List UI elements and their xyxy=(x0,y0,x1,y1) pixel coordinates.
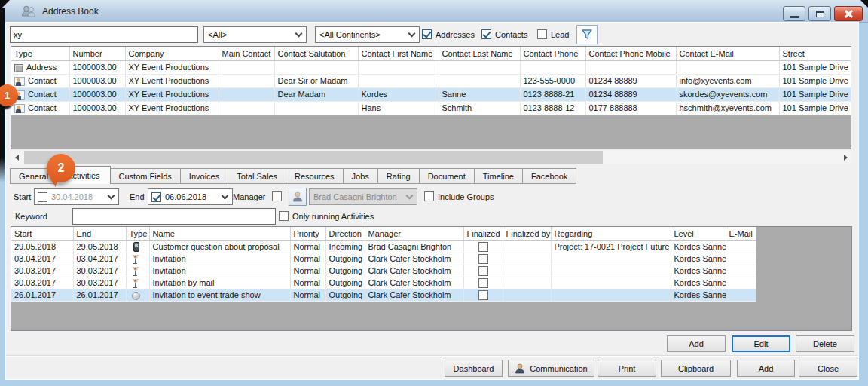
cell: 101 Sample Drive xyxy=(779,87,851,101)
search-input[interactable] xyxy=(10,26,198,43)
close-window-button[interactable] xyxy=(834,6,863,21)
finalized-checkbox[interactable] xyxy=(478,266,488,276)
cell: info@xyevents.com xyxy=(676,74,779,87)
column-header-priority[interactable]: Priority xyxy=(290,227,326,240)
table-row[interactable]: Address1000003.00XY Event Productions101… xyxy=(11,60,851,74)
table-row[interactable]: 03.04.201703.04.2017InvitationNormalOutg… xyxy=(11,253,756,265)
table-row[interactable]: 26.01.201726.01.2017Invitation to event … xyxy=(11,289,756,301)
cell: XY Event Productions xyxy=(125,60,219,74)
clipboard-button[interactable]: Clipboard xyxy=(661,360,731,377)
contacts-label: Contacts xyxy=(495,29,527,41)
finalized-checkbox[interactable] xyxy=(478,254,488,264)
cell: Normal xyxy=(290,265,326,277)
addresses-label: Addresses xyxy=(436,29,475,41)
column-header-manager[interactable]: Manager xyxy=(365,227,463,240)
include-groups-checkbox[interactable] xyxy=(424,191,434,201)
tab-jobs[interactable]: Jobs xyxy=(343,168,378,184)
cell: Incoming xyxy=(326,240,365,253)
column-header-level[interactable]: Level xyxy=(671,227,726,240)
tab-document[interactable]: Document xyxy=(419,168,475,184)
tab-timeline[interactable]: Timeline xyxy=(474,168,523,184)
tab-facebook[interactable]: Facebook xyxy=(522,168,576,184)
edit-activity-button[interactable]: Edit xyxy=(732,335,790,352)
table-row[interactable]: 29.05.201829.05.2018Customer question ab… xyxy=(11,240,756,253)
add-activity-button[interactable]: Add xyxy=(667,335,726,352)
manager-checkbox[interactable] xyxy=(272,191,282,201)
tab-invoices[interactable]: Invoices xyxy=(180,168,228,184)
cell xyxy=(126,277,149,289)
column-header-contact-last-name[interactable]: Contact Last Name xyxy=(439,47,520,60)
column-header-name[interactable]: Name xyxy=(149,227,290,240)
column-header-contact-phone-mobile[interactable]: Contact Phone Mobile xyxy=(585,47,676,60)
print-button[interactable]: Print xyxy=(598,360,656,377)
column-header-street[interactable]: Street xyxy=(779,47,851,60)
cell xyxy=(463,277,503,289)
finalized-checkbox[interactable] xyxy=(478,242,488,252)
filter-button[interactable] xyxy=(576,25,598,44)
tab-rating[interactable]: Rating xyxy=(377,168,420,184)
column-header-start[interactable]: Start xyxy=(11,227,73,240)
scroll-right-button[interactable] xyxy=(839,151,852,164)
column-header-contact-phone[interactable]: Contact Phone xyxy=(520,47,585,60)
cell: Contact xyxy=(11,74,69,87)
column-header-regarding[interactable]: Regarding xyxy=(551,227,671,240)
start-date-checkbox[interactable] xyxy=(38,192,47,202)
column-header-contact-e-mail[interactable]: Contact E-Mail xyxy=(676,47,779,60)
column-header-type[interactable]: Type xyxy=(126,227,149,240)
column-header-contact-first-name[interactable]: Contact First Name xyxy=(358,47,439,60)
scroll-thumb[interactable] xyxy=(24,151,603,164)
table-row[interactable]: Contact1000003.00XY Event ProductionsDea… xyxy=(11,87,851,101)
finalized-checkbox[interactable] xyxy=(478,290,488,300)
close-button[interactable]: Close xyxy=(799,360,857,377)
cell: Kordes Sanne xyxy=(671,240,726,253)
column-header-type[interactable]: Type xyxy=(11,47,69,60)
address-box-icon xyxy=(14,64,23,72)
table-row[interactable]: Contact1000003.00XY Event ProductionsDea… xyxy=(11,74,851,87)
tab-total-sales[interactable]: Total Sales xyxy=(228,168,286,184)
start-date-picker[interactable]: 30.04.2018 xyxy=(34,188,119,205)
maximize-button[interactable] xyxy=(808,6,831,21)
end-date-picker[interactable]: 06.06.2018 xyxy=(148,188,233,205)
add-button[interactable]: Add xyxy=(737,360,795,377)
column-header-number[interactable]: Number xyxy=(69,47,125,60)
manager-dropdown[interactable]: Brad Casagni Brighton xyxy=(309,188,417,205)
column-header-main-contact[interactable]: Main Contact xyxy=(219,47,274,60)
column-header-finalized[interactable]: Finalized xyxy=(463,227,503,240)
lead-checkbox[interactable] xyxy=(537,29,547,39)
cell xyxy=(503,240,551,253)
communication-button[interactable]: Communication xyxy=(508,360,594,377)
end-date-checkbox[interactable] xyxy=(151,192,161,202)
address-grid: TypeNumberCompanyMain ContactContact Sal… xyxy=(11,46,851,149)
addresses-checkbox[interactable] xyxy=(422,29,432,39)
cell xyxy=(726,277,756,289)
cell xyxy=(274,60,358,74)
column-header-contact-salutation[interactable]: Contact Salutation xyxy=(274,47,358,60)
tab-resources[interactable]: Resources xyxy=(286,168,344,184)
table-row[interactable]: Contact1000003.00XY Event ProductionsHan… xyxy=(11,101,851,115)
column-header-finalized-by[interactable]: Finalized by xyxy=(503,227,551,240)
column-header-company[interactable]: Company xyxy=(125,47,219,60)
cell: 01234 88889 xyxy=(585,87,676,101)
dashboard-button[interactable]: Dashboard xyxy=(445,360,503,377)
minimize-button[interactable] xyxy=(783,6,805,21)
finalized-checkbox[interactable] xyxy=(478,278,488,288)
delete-activity-button[interactable]: Delete xyxy=(796,335,854,352)
tab-custom-fields[interactable]: Custom Fields xyxy=(110,168,181,184)
category-dropdown[interactable]: <All> xyxy=(203,26,307,43)
column-header-direction[interactable]: Direction xyxy=(326,227,365,240)
column-header-end[interactable]: End xyxy=(73,227,126,240)
only-running-checkbox[interactable] xyxy=(279,211,289,221)
continents-dropdown[interactable]: <All Continents> xyxy=(315,26,420,43)
column-header-e-mail[interactable]: E-Mail xyxy=(726,227,756,240)
keyword-input[interactable] xyxy=(72,208,276,225)
cell: 30.03.2017 xyxy=(11,265,73,277)
table-row[interactable]: 30.03.201730.03.2017InvitationNormalOutg… xyxy=(11,265,756,277)
manager-picker-button[interactable] xyxy=(289,188,307,206)
chevron-down-icon xyxy=(406,191,414,199)
contacts-checkbox[interactable] xyxy=(481,29,491,39)
cell xyxy=(126,289,149,301)
add-activity-label: Add xyxy=(689,339,704,348)
chevron-down-icon xyxy=(408,29,416,37)
scroll-left-button[interactable] xyxy=(11,151,23,164)
table-row[interactable]: 30.03.201730.03.2017Invitation by mailNo… xyxy=(11,277,756,289)
